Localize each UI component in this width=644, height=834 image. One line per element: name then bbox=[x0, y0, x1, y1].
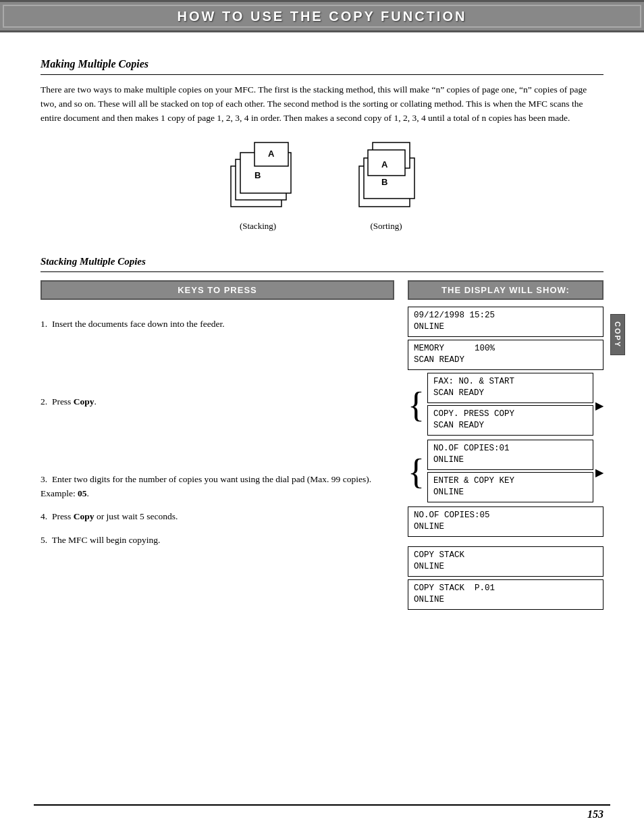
brace-boxes-2: NO.OF COPIES:01 ONLINE ENTER & COPY KEY … bbox=[427, 440, 593, 505]
header-banner: HOW TO USE THE COPY FUNCTION bbox=[0, 0, 644, 32]
left-column: KEYS TO PRESS 1. Insert the documents fa… bbox=[41, 280, 408, 613]
display-box-9: COPY STACK P.01 ONLINE bbox=[408, 579, 603, 610]
stacking-label: (Stacking) bbox=[240, 221, 276, 232]
section2-title: Stacking Multiple Copies bbox=[41, 256, 603, 267]
display-box-4: COPY. PRESS COPY SCAN READY bbox=[427, 405, 593, 436]
right-column: THE DISPLAY WILL SHOW: 09/12/1998 15:25 … bbox=[408, 280, 603, 613]
display-box-1: 09/12/1998 15:25 ONLINE bbox=[408, 307, 603, 337]
sorting-label: (Sorting) bbox=[371, 221, 402, 232]
svg-text:A: A bbox=[381, 159, 388, 170]
sorting-diagram: B A A (Sorting) bbox=[349, 139, 423, 232]
left-col-header: KEYS TO PRESS bbox=[41, 280, 394, 300]
page: HOW TO USE THE COPY FUNCTION Making Mult… bbox=[0, 0, 644, 834]
step-5: 5. The MFC will begin copying. bbox=[41, 533, 394, 548]
section1-body: There are two ways to make multiple copi… bbox=[41, 83, 603, 126]
steps-container: KEYS TO PRESS 1. Insert the documents fa… bbox=[41, 280, 603, 613]
section1-divider bbox=[41, 74, 603, 75]
display-box-3: FAX: NO. & START SCAN READY bbox=[427, 373, 593, 403]
svg-text:B: B bbox=[254, 170, 261, 180]
page-number: 153 bbox=[0, 808, 644, 820]
display-box-5: NO.OF COPIES:01 ONLINE bbox=[427, 440, 593, 470]
step-4: 4. Press Copy or just wait 5 seconds. bbox=[41, 510, 394, 524]
section2-divider bbox=[41, 271, 603, 272]
header-title: HOW TO USE THE COPY FUNCTION bbox=[178, 9, 467, 24]
step-3: 3. Enter two digits for the number of co… bbox=[41, 473, 394, 501]
stacking-diagram: A B (Stacking) bbox=[221, 139, 295, 232]
display-box-2: MEMORY 100% SCAN READY bbox=[408, 340, 603, 370]
right-col-header: THE DISPLAY WILL SHOW: bbox=[408, 280, 603, 300]
side-tab: COPY bbox=[610, 314, 625, 355]
display-box-7: NO.OF COPIES:05 ONLINE bbox=[408, 506, 603, 537]
section1-title: Making Multiple Copies bbox=[41, 58, 603, 70]
step-1: 1. Insert the documents face down into t… bbox=[41, 317, 394, 332]
brace-group-1: { FAX: NO. & START SCAN READY COPY. PRES… bbox=[408, 373, 603, 438]
step-2: 2. Press Copy. bbox=[41, 395, 394, 409]
footer: 153 bbox=[0, 804, 644, 820]
brace-char-2: { bbox=[408, 454, 425, 490]
arrow-1: ▶ bbox=[595, 399, 603, 412]
sorting-svg: B A A bbox=[349, 139, 423, 217]
brace-boxes-1: FAX: NO. & START SCAN READY COPY. PRESS … bbox=[427, 373, 593, 438]
svg-text:B: B bbox=[381, 177, 387, 187]
display-box-8: COPY STACK ONLINE bbox=[408, 546, 603, 577]
arrow-2: ▶ bbox=[595, 466, 603, 479]
stacking-svg: A B bbox=[221, 139, 295, 217]
brace-group-2: { NO.OF COPIES:01 ONLINE ENTER & COPY KE… bbox=[408, 440, 603, 505]
brace-char-1: { bbox=[408, 388, 425, 423]
footer-divider bbox=[34, 804, 610, 806]
display-box-6: ENTER & COPY KEY ONLINE bbox=[427, 472, 593, 502]
diagram-area: A B (Stacking) B A bbox=[41, 139, 603, 232]
svg-text:A: A bbox=[268, 149, 275, 159]
